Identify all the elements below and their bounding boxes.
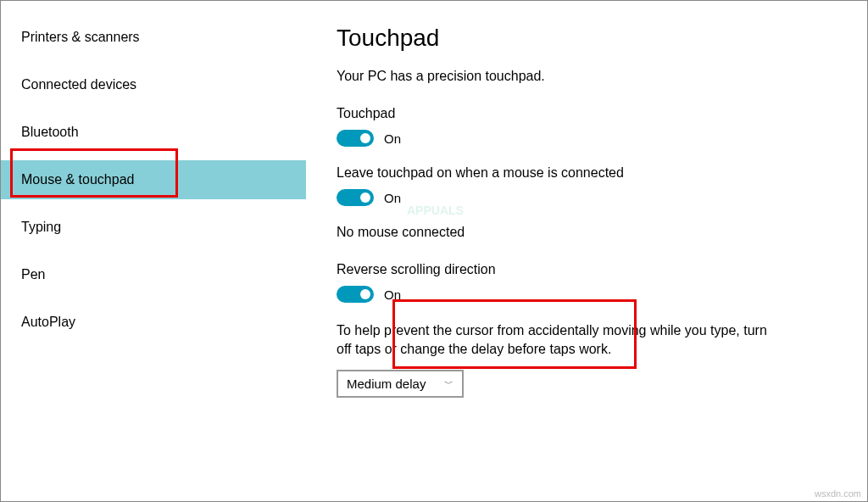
sidebar-item-autoplay[interactable]: AutoPlay (1, 303, 306, 342)
main-panel: Touchpad Your PC has a precision touchpa… (306, 1, 867, 501)
touchpad-toggle-state: On (384, 131, 401, 146)
leave-on-toggle-state: On (384, 191, 401, 205)
chevron-down-icon: ﹀ (444, 377, 453, 390)
sidebar-item-typing[interactable]: Typing (1, 208, 306, 247)
leave-on-toggle[interactable] (337, 189, 374, 206)
sidebar-item-pen[interactable]: Pen (1, 255, 306, 294)
sidebar-item-printers[interactable]: Printers & scanners (1, 18, 306, 57)
sidebar-item-bluetooth[interactable]: Bluetooth (1, 113, 306, 152)
touchpad-description: Your PC has a precision touchpad. (337, 69, 850, 84)
leave-on-label: Leave touchpad on when a mouse is connec… (337, 165, 850, 181)
reverse-scroll-label: Reverse scrolling direction (337, 262, 850, 277)
touchpad-toggle[interactable] (337, 130, 374, 147)
sidebar-item-connected-devices[interactable]: Connected devices (1, 65, 306, 104)
attribution: wsxdn.com (815, 488, 861, 499)
delay-dropdown-value: Medium delay (347, 376, 426, 391)
page-title: Touchpad (337, 25, 850, 52)
toggle-knob-icon (360, 289, 370, 299)
mouse-status: No mouse connected (337, 225, 850, 240)
touchpad-toggle-label: Touchpad (337, 106, 850, 121)
sidebar-item-mouse-touchpad[interactable]: Mouse & touchpad (1, 160, 306, 199)
delay-help-text: To help prevent the cursor from accident… (337, 321, 777, 360)
sidebar: Printers & scanners Connected devices Bl… (1, 1, 306, 501)
toggle-knob-icon (360, 192, 370, 203)
toggle-knob-icon (360, 133, 370, 143)
settings-window: Printers & scanners Connected devices Bl… (1, 1, 867, 501)
reverse-scroll-toggle[interactable] (337, 286, 374, 303)
delay-dropdown[interactable]: Medium delay ﹀ (337, 370, 464, 398)
reverse-scroll-state: On (384, 287, 401, 302)
